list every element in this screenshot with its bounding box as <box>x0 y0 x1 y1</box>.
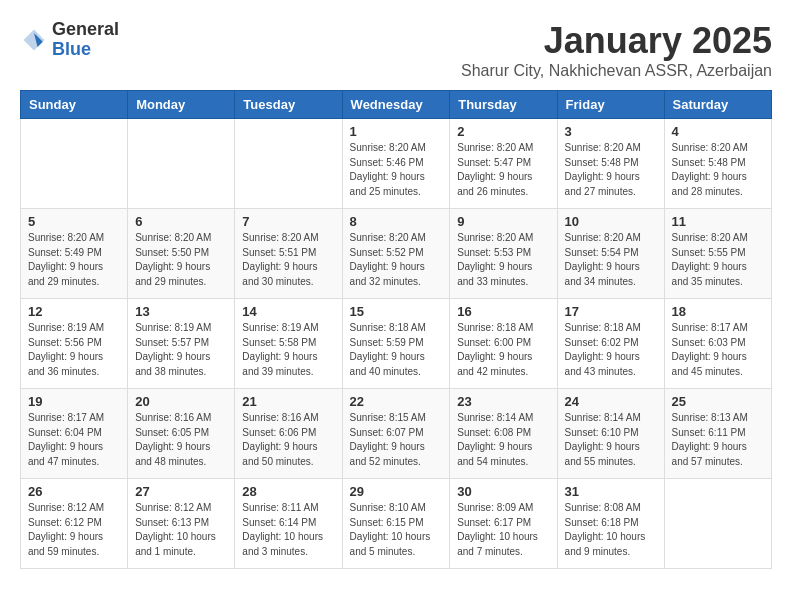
calendar-cell: 12Sunrise: 8:19 AM Sunset: 5:56 PM Dayli… <box>21 299 128 389</box>
day-number: 23 <box>457 394 549 409</box>
day-number: 22 <box>350 394 443 409</box>
location-title: Sharur City, Nakhichevan ASSR, Azerbaija… <box>461 62 772 80</box>
calendar-week-row: 26Sunrise: 8:12 AM Sunset: 6:12 PM Dayli… <box>21 479 772 569</box>
svg-marker-0 <box>24 29 45 50</box>
day-number: 16 <box>457 304 549 319</box>
calendar-cell: 13Sunrise: 8:19 AM Sunset: 5:57 PM Dayli… <box>128 299 235 389</box>
calendar-cell: 14Sunrise: 8:19 AM Sunset: 5:58 PM Dayli… <box>235 299 342 389</box>
day-number: 5 <box>28 214 120 229</box>
calendar-cell: 31Sunrise: 8:08 AM Sunset: 6:18 PM Dayli… <box>557 479 664 569</box>
day-number: 21 <box>242 394 334 409</box>
day-number: 10 <box>565 214 657 229</box>
weekday-header: Wednesday <box>342 91 450 119</box>
day-number: 17 <box>565 304 657 319</box>
calendar-cell <box>664 479 771 569</box>
day-number: 4 <box>672 124 764 139</box>
calendar-week-row: 12Sunrise: 8:19 AM Sunset: 5:56 PM Dayli… <box>21 299 772 389</box>
day-number: 13 <box>135 304 227 319</box>
calendar-cell: 22Sunrise: 8:15 AM Sunset: 6:07 PM Dayli… <box>342 389 450 479</box>
day-number: 26 <box>28 484 120 499</box>
day-number: 11 <box>672 214 764 229</box>
calendar-cell: 2Sunrise: 8:20 AM Sunset: 5:47 PM Daylig… <box>450 119 557 209</box>
day-info: Sunrise: 8:20 AM Sunset: 5:46 PM Dayligh… <box>350 141 443 199</box>
day-number: 20 <box>135 394 227 409</box>
day-info: Sunrise: 8:16 AM Sunset: 6:06 PM Dayligh… <box>242 411 334 469</box>
calendar-cell <box>235 119 342 209</box>
logo-general-text: General <box>52 20 119 40</box>
weekday-header: Thursday <box>450 91 557 119</box>
calendar-cell: 11Sunrise: 8:20 AM Sunset: 5:55 PM Dayli… <box>664 209 771 299</box>
calendar-cell: 30Sunrise: 8:09 AM Sunset: 6:17 PM Dayli… <box>450 479 557 569</box>
day-info: Sunrise: 8:18 AM Sunset: 6:00 PM Dayligh… <box>457 321 549 379</box>
calendar-cell: 26Sunrise: 8:12 AM Sunset: 6:12 PM Dayli… <box>21 479 128 569</box>
day-info: Sunrise: 8:20 AM Sunset: 5:55 PM Dayligh… <box>672 231 764 289</box>
day-number: 15 <box>350 304 443 319</box>
calendar-cell <box>21 119 128 209</box>
weekday-header: Tuesday <box>235 91 342 119</box>
day-info: Sunrise: 8:14 AM Sunset: 6:10 PM Dayligh… <box>565 411 657 469</box>
weekday-header: Saturday <box>664 91 771 119</box>
day-info: Sunrise: 8:19 AM Sunset: 5:57 PM Dayligh… <box>135 321 227 379</box>
calendar-cell: 16Sunrise: 8:18 AM Sunset: 6:00 PM Dayli… <box>450 299 557 389</box>
calendar-cell <box>128 119 235 209</box>
title-block: January 2025 Sharur City, Nakhichevan AS… <box>461 20 772 80</box>
weekday-header-row: SundayMondayTuesdayWednesdayThursdayFrid… <box>21 91 772 119</box>
calendar-cell: 28Sunrise: 8:11 AM Sunset: 6:14 PM Dayli… <box>235 479 342 569</box>
day-number: 30 <box>457 484 549 499</box>
calendar-cell: 6Sunrise: 8:20 AM Sunset: 5:50 PM Daylig… <box>128 209 235 299</box>
day-number: 9 <box>457 214 549 229</box>
weekday-header: Sunday <box>21 91 128 119</box>
day-number: 27 <box>135 484 227 499</box>
calendar-cell: 8Sunrise: 8:20 AM Sunset: 5:52 PM Daylig… <box>342 209 450 299</box>
day-info: Sunrise: 8:17 AM Sunset: 6:04 PM Dayligh… <box>28 411 120 469</box>
day-info: Sunrise: 8:20 AM Sunset: 5:49 PM Dayligh… <box>28 231 120 289</box>
calendar-cell: 23Sunrise: 8:14 AM Sunset: 6:08 PM Dayli… <box>450 389 557 479</box>
calendar-cell: 27Sunrise: 8:12 AM Sunset: 6:13 PM Dayli… <box>128 479 235 569</box>
day-number: 25 <box>672 394 764 409</box>
calendar-cell: 29Sunrise: 8:10 AM Sunset: 6:15 PM Dayli… <box>342 479 450 569</box>
logo: General Blue <box>20 20 119 60</box>
calendar-cell: 21Sunrise: 8:16 AM Sunset: 6:06 PM Dayli… <box>235 389 342 479</box>
day-info: Sunrise: 8:16 AM Sunset: 6:05 PM Dayligh… <box>135 411 227 469</box>
calendar-cell: 20Sunrise: 8:16 AM Sunset: 6:05 PM Dayli… <box>128 389 235 479</box>
day-info: Sunrise: 8:20 AM Sunset: 5:48 PM Dayligh… <box>565 141 657 199</box>
calendar-cell: 15Sunrise: 8:18 AM Sunset: 5:59 PM Dayli… <box>342 299 450 389</box>
calendar-table: SundayMondayTuesdayWednesdayThursdayFrid… <box>20 90 772 569</box>
calendar-cell: 7Sunrise: 8:20 AM Sunset: 5:51 PM Daylig… <box>235 209 342 299</box>
day-info: Sunrise: 8:20 AM Sunset: 5:52 PM Dayligh… <box>350 231 443 289</box>
day-info: Sunrise: 8:20 AM Sunset: 5:47 PM Dayligh… <box>457 141 549 199</box>
logo-icon <box>20 26 48 54</box>
day-info: Sunrise: 8:15 AM Sunset: 6:07 PM Dayligh… <box>350 411 443 469</box>
day-info: Sunrise: 8:11 AM Sunset: 6:14 PM Dayligh… <box>242 501 334 559</box>
day-info: Sunrise: 8:10 AM Sunset: 6:15 PM Dayligh… <box>350 501 443 559</box>
day-info: Sunrise: 8:09 AM Sunset: 6:17 PM Dayligh… <box>457 501 549 559</box>
logo-blue-text: Blue <box>52 40 119 60</box>
calendar-week-row: 1Sunrise: 8:20 AM Sunset: 5:46 PM Daylig… <box>21 119 772 209</box>
day-info: Sunrise: 8:20 AM Sunset: 5:54 PM Dayligh… <box>565 231 657 289</box>
calendar-week-row: 5Sunrise: 8:20 AM Sunset: 5:49 PM Daylig… <box>21 209 772 299</box>
calendar-cell: 25Sunrise: 8:13 AM Sunset: 6:11 PM Dayli… <box>664 389 771 479</box>
day-info: Sunrise: 8:18 AM Sunset: 6:02 PM Dayligh… <box>565 321 657 379</box>
day-info: Sunrise: 8:12 AM Sunset: 6:12 PM Dayligh… <box>28 501 120 559</box>
day-info: Sunrise: 8:17 AM Sunset: 6:03 PM Dayligh… <box>672 321 764 379</box>
day-info: Sunrise: 8:19 AM Sunset: 5:56 PM Dayligh… <box>28 321 120 379</box>
calendar-cell: 4Sunrise: 8:20 AM Sunset: 5:48 PM Daylig… <box>664 119 771 209</box>
day-number: 8 <box>350 214 443 229</box>
day-info: Sunrise: 8:20 AM Sunset: 5:53 PM Dayligh… <box>457 231 549 289</box>
calendar-cell: 3Sunrise: 8:20 AM Sunset: 5:48 PM Daylig… <box>557 119 664 209</box>
calendar-cell: 24Sunrise: 8:14 AM Sunset: 6:10 PM Dayli… <box>557 389 664 479</box>
day-number: 3 <box>565 124 657 139</box>
day-info: Sunrise: 8:20 AM Sunset: 5:51 PM Dayligh… <box>242 231 334 289</box>
day-number: 6 <box>135 214 227 229</box>
day-number: 31 <box>565 484 657 499</box>
day-info: Sunrise: 8:20 AM Sunset: 5:50 PM Dayligh… <box>135 231 227 289</box>
day-number: 12 <box>28 304 120 319</box>
calendar-cell: 17Sunrise: 8:18 AM Sunset: 6:02 PM Dayli… <box>557 299 664 389</box>
day-info: Sunrise: 8:13 AM Sunset: 6:11 PM Dayligh… <box>672 411 764 469</box>
weekday-header: Friday <box>557 91 664 119</box>
day-number: 28 <box>242 484 334 499</box>
day-info: Sunrise: 8:14 AM Sunset: 6:08 PM Dayligh… <box>457 411 549 469</box>
day-number: 29 <box>350 484 443 499</box>
day-info: Sunrise: 8:12 AM Sunset: 6:13 PM Dayligh… <box>135 501 227 559</box>
calendar-week-row: 19Sunrise: 8:17 AM Sunset: 6:04 PM Dayli… <box>21 389 772 479</box>
